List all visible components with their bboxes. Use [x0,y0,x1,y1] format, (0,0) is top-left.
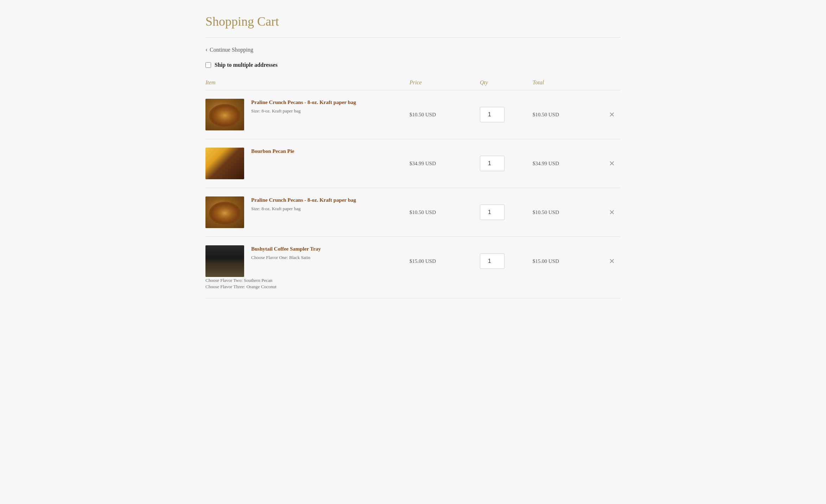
item-qty-input-2[interactable] [480,156,504,171]
item-qty-cell-2 [480,156,533,171]
item-cell-2: Bourbon Pecan Pie [205,148,409,179]
item-price-4: $15.00 USD [409,258,480,264]
item-image-1 [205,99,244,130]
ship-multiple-label: Ship to multiple addresses [215,62,278,68]
item-total-3: $10.50 USD [533,209,603,215]
item-name-1: Praline Crunch Pecans - 8-oz. Kraft pape… [251,99,409,106]
item-total-4: $15.00 USD [533,258,603,264]
item-price-3: $10.50 USD [409,209,480,215]
item-qty-cell-4 [480,253,533,269]
item-image-2 [205,148,244,179]
item-details-3: Praline Crunch Pecans - 8-oz. Kraft pape… [251,196,409,212]
item-qty-input-1[interactable] [480,107,504,122]
header-price: Price [409,79,480,86]
item-remove-button-4[interactable]: ✕ [608,256,616,266]
item-details-1: Praline Crunch Pecans - 8-oz. Kraft pape… [251,99,409,114]
page-container: Shopping Cart ‹ Continue Shopping Ship t… [184,0,642,312]
item-remove-button-1[interactable]: ✕ [608,110,616,119]
page-title: Shopping Cart [205,14,621,29]
item-remove-cell-2: ✕ [603,159,621,168]
table-row: Praline Crunch Pecans - 8-oz. Kraft pape… [205,188,621,237]
item-total-1: $10.50 USD [533,112,603,118]
ship-multiple-checkbox[interactable] [205,62,211,68]
item-price-2: $34.99 USD [409,161,480,167]
item-total-2: $34.99 USD [533,161,603,167]
item-qty-input-4[interactable] [480,253,504,269]
item-image-3 [205,196,244,228]
item-qty-cell-1 [480,107,533,122]
header-item: Item [205,79,409,86]
item-extra-lines-4: Choose Flavor Two: Southern Pecan Choose… [205,278,621,298]
item-extra-line-4-3: Choose Flavor Three: Orange Coconut [205,284,621,290]
item-name-3: Praline Crunch Pecans - 8-oz. Kraft pape… [251,196,409,204]
item-remove-cell-1: ✕ [603,110,621,119]
continue-shopping-label: Continue Shopping [210,47,253,53]
item-remove-cell-3: ✕ [603,207,621,217]
item-details-4: Bushytail Coffee Sampler Tray Choose Fla… [251,245,409,260]
cart-table: Item Price Qty Total Praline Crunch Peca… [205,79,621,298]
header-total: Total [533,79,603,86]
item-variant-4: Choose Flavor One: Black Satin [251,255,409,260]
item-cell-3: Praline Crunch Pecans - 8-oz. Kraft pape… [205,196,409,228]
item-image-4 [205,245,244,277]
header-qty: Qty [480,79,533,86]
header-remove [603,79,621,86]
ship-multiple-container: Ship to multiple addresses [205,62,621,68]
table-row: Bourbon Pecan Pie $34.99 USD $34.99 USD … [205,139,621,188]
item-name-2: Bourbon Pecan Pie [251,148,409,155]
table-header: Item Price Qty Total [205,79,621,90]
item-variant-3: Size: 8-oz. Kraft paper bag [251,206,409,212]
header-divider [205,37,621,38]
item-price-1: $10.50 USD [409,112,480,118]
table-row: Bushytail Coffee Sampler Tray Choose Fla… [205,237,621,280]
chevron-left-icon: ‹ [205,46,208,53]
item-remove-cell-4: ✕ [603,256,621,266]
item-qty-input-3[interactable] [480,205,504,220]
item-cell-4: Bushytail Coffee Sampler Tray Choose Fla… [205,245,409,277]
item-remove-button-2[interactable]: ✕ [608,159,616,168]
table-row: Praline Crunch Pecans - 8-oz. Kraft pape… [205,90,621,139]
item-cell-1: Praline Crunch Pecans - 8-oz. Kraft pape… [205,99,409,130]
item-qty-cell-3 [480,205,533,220]
continue-shopping-link[interactable]: ‹ Continue Shopping [205,46,621,53]
item-variant-1: Size: 8-oz. Kraft paper bag [251,108,409,114]
item-remove-button-3[interactable]: ✕ [608,207,616,217]
item-name-4: Bushytail Coffee Sampler Tray [251,245,409,253]
item-details-2: Bourbon Pecan Pie [251,148,409,157]
item-extra-line-4-2: Choose Flavor Two: Southern Pecan [205,278,621,283]
